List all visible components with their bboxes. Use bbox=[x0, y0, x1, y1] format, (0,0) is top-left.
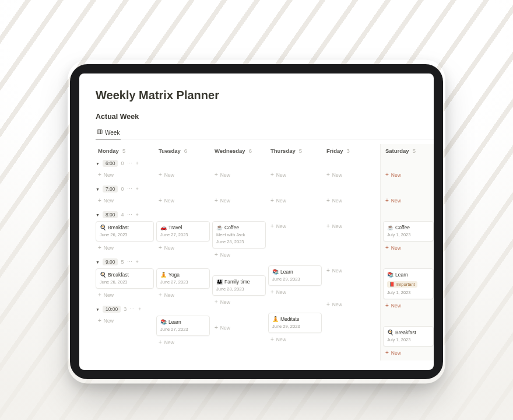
card-family[interactable]: 👪Family timeJune 28, 2023 bbox=[212, 275, 266, 296]
time-header-7[interactable]: ▼7:00 0⋯+ bbox=[96, 183, 154, 195]
new-button[interactable]: +New bbox=[212, 170, 266, 180]
new-button[interactable]: +New bbox=[212, 323, 266, 333]
col-header[interactable]: Thursday5 bbox=[268, 144, 322, 157]
col-tuesday: Tuesday6 +New +New 🚗TravelJune 27, 2023 … bbox=[156, 144, 212, 360]
app-screen: Weekly Matrix Planner Actual Week Week M… bbox=[79, 74, 434, 370]
card-meditate[interactable]: 🧘MeditateJune 29, 2023 bbox=[268, 313, 322, 333]
new-button[interactable]: +New bbox=[156, 337, 210, 348]
new-button[interactable]: +New bbox=[324, 170, 378, 180]
new-button[interactable]: +New bbox=[156, 243, 210, 253]
time-header-10[interactable]: ▼10:00 3⋯+ bbox=[96, 303, 154, 316]
time-header-8[interactable]: ▼8:00 4⋯+ bbox=[96, 208, 154, 221]
new-button[interactable]: +New bbox=[156, 170, 210, 180]
card-coffee[interactable]: ☕CoffeeJuly 1, 2023 bbox=[383, 221, 434, 242]
page-title: Weekly Matrix Planner bbox=[96, 89, 434, 102]
tab-label: Week bbox=[105, 130, 120, 136]
col-saturday: Saturday5 +New +New ☕CoffeeJuly 1, 2023 … bbox=[380, 144, 434, 360]
tab-week[interactable]: Week bbox=[96, 127, 121, 139]
new-button[interactable]: +New bbox=[268, 287, 322, 298]
new-button[interactable]: +New bbox=[212, 195, 266, 206]
badge-important: 📕Important bbox=[387, 281, 417, 288]
col-friday: Friday3 +New +New +New +New +New bbox=[324, 144, 380, 360]
card-travel[interactable]: 🚗TravelJune 27, 2023 bbox=[156, 221, 210, 242]
card-learn[interactable]: 📚LearnJune 29, 2023 bbox=[268, 265, 322, 286]
time-header-9[interactable]: ▼9:00 5⋯+ bbox=[96, 256, 154, 268]
new-button[interactable]: +New bbox=[324, 299, 378, 310]
plus-icon[interactable]: + bbox=[136, 160, 139, 166]
new-button[interactable]: +New bbox=[324, 195, 378, 206]
new-button[interactable]: +New bbox=[268, 334, 322, 345]
card-breakfast[interactable]: 🍳Breakfast June 26, 2023 bbox=[96, 268, 154, 289]
card-coffee[interactable]: ☕Coffee Meet with Jack June 28, 2023 bbox=[212, 221, 266, 249]
new-button[interactable]: +New bbox=[96, 195, 154, 206]
new-button[interactable]: +New bbox=[324, 265, 378, 276]
board: Monday5 ▼ 6:00 0 ⋯ + +New bbox=[96, 144, 434, 360]
new-button[interactable]: +New bbox=[268, 170, 322, 180]
chevron-down-icon: ▼ bbox=[96, 162, 100, 166]
time-header-6[interactable]: ▼ 6:00 0 ⋯ + bbox=[96, 157, 154, 170]
svg-rect-0 bbox=[97, 130, 102, 134]
col-header[interactable]: Saturday5 bbox=[383, 144, 434, 157]
card-breakfast[interactable]: 🍳Breakfast June 26, 2023 bbox=[96, 221, 154, 242]
col-thursday: Thursday5 +New +New +New 📚LearnJune 29, … bbox=[268, 144, 324, 360]
new-button[interactable]: +New bbox=[212, 250, 266, 260]
card-breakfast[interactable]: 🍳BreakfastJuly 1, 2023 bbox=[383, 326, 434, 346]
new-button[interactable]: +New bbox=[96, 243, 154, 253]
card-yoga[interactable]: 🧘YogaJune 27, 2023 bbox=[156, 268, 210, 289]
new-button[interactable]: +New bbox=[383, 243, 434, 253]
col-header[interactable]: Tuesday6 bbox=[156, 144, 210, 157]
new-button[interactable]: +New bbox=[268, 195, 322, 206]
section-title: Actual Week bbox=[96, 113, 434, 121]
more-icon[interactable]: ⋯ bbox=[127, 160, 133, 166]
new-button[interactable]: +New bbox=[156, 195, 210, 206]
col-header[interactable]: Wednesday6 bbox=[212, 144, 266, 157]
new-button[interactable]: +New bbox=[383, 170, 434, 180]
new-button[interactable]: +New bbox=[96, 316, 154, 326]
tab-divider bbox=[96, 139, 434, 139]
card-learn[interactable]: 📚LearnJune 27, 2023 bbox=[156, 316, 210, 336]
new-button[interactable]: +New bbox=[383, 195, 434, 206]
new-button[interactable]: +New bbox=[324, 221, 378, 232]
card-learn[interactable]: 📚Learn 📕Important July 1, 2023 bbox=[383, 268, 434, 299]
col-wednesday: Wednesday6 +New +New ☕Coffee Meet with J… bbox=[212, 144, 268, 360]
col-monday: Monday5 ▼ 6:00 0 ⋯ + +New bbox=[96, 144, 156, 360]
new-button[interactable]: +New bbox=[96, 170, 154, 180]
new-button[interactable]: +New bbox=[212, 297, 266, 307]
new-button[interactable]: +New bbox=[383, 348, 434, 358]
board-icon bbox=[97, 129, 103, 136]
new-button[interactable]: +New bbox=[96, 290, 154, 300]
breakfast-icon: 🍳 bbox=[100, 225, 106, 230]
new-button[interactable]: +New bbox=[383, 300, 434, 311]
new-button[interactable]: +New bbox=[156, 290, 210, 300]
col-header[interactable]: Friday3 bbox=[324, 144, 378, 157]
new-button[interactable]: +New bbox=[268, 221, 322, 232]
col-header[interactable]: Monday5 bbox=[96, 144, 154, 157]
tablet-frame: Weekly Matrix Planner Actual Week Week M… bbox=[70, 64, 443, 379]
